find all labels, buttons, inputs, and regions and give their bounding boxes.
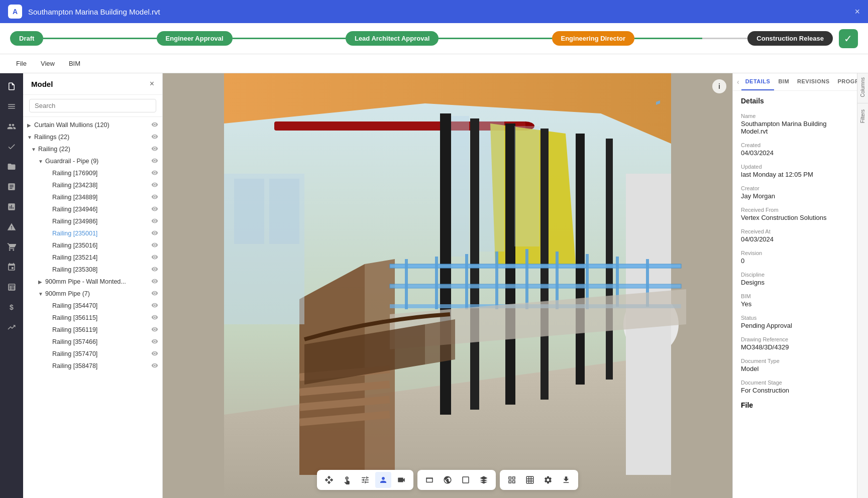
tree-item[interactable]: Railing [234946] [23,203,162,215]
tree-item[interactable]: Railing [176909] [23,167,162,179]
tree-item[interactable]: Railing [356119] [23,324,162,336]
nav-folder[interactable] [3,158,21,176]
tab-details[interactable]: DETAILS [741,73,775,90]
nav-cart[interactable] [3,238,21,256]
tree-item[interactable]: Railing [354470] [23,300,162,312]
tool-person[interactable] [375,472,391,488]
tool-hand[interactable] [339,472,355,488]
menu-bim[interactable]: BIM [63,58,86,69]
step-construction-release-pill[interactable]: Construction Release [747,31,833,46]
eye-icon[interactable] [151,254,158,262]
tool-section[interactable] [357,472,373,488]
nav-lines[interactable] [3,97,21,115]
workflow-step-lead-architect[interactable]: Lead Architect Approval [346,31,439,46]
tree-item[interactable]: ▼Railing (22) [23,143,162,155]
model-panel: Model × ▶Curtain Wall Mullions (120)▼Rai… [23,73,163,498]
tool-export[interactable] [558,472,574,488]
tree-item[interactable]: Railing [235308] [23,264,162,276]
eye-icon[interactable] [151,241,158,250]
eye-icon[interactable] [151,229,158,238]
tree-item[interactable]: ▼Guardrail - Pipe (9) [23,155,162,167]
tabs-left-arrow[interactable]: ‹ [735,74,741,90]
nav-trending[interactable] [3,318,21,336]
svg-rect-26 [405,259,408,309]
tool-camera[interactable] [393,472,409,488]
tree-item[interactable]: Railing [234238] [23,179,162,191]
tool-grid[interactable] [504,472,520,488]
eye-icon[interactable] [151,193,158,202]
eye-icon[interactable] [151,121,158,130]
eye-icon[interactable] [151,157,158,166]
columns-button[interactable]: Columns [860,77,865,97]
model-search-input[interactable] [29,99,156,112]
tab-programmi[interactable]: PROGRAMMI [834,73,857,90]
tree-item[interactable]: ▶900mm Pipe - Wall Monted... [23,276,162,288]
filters-button[interactable]: Filters [860,109,865,123]
tree-item[interactable]: Railing [235001] [23,227,162,239]
tree-item[interactable]: Railing [357466] [23,336,162,348]
tree-item[interactable]: Railing [356115] [23,312,162,324]
eye-icon[interactable] [151,133,158,142]
nav-calendar[interactable] [3,258,21,276]
eye-icon[interactable] [151,314,158,322]
tree-item[interactable]: Railing [235016] [23,239,162,252]
detail-label: BIM [741,293,849,299]
workflow-step-construction-release[interactable]: Construction Release [747,31,833,46]
eye-icon[interactable] [151,217,158,226]
workflow-check-button[interactable]: ✓ [839,29,858,48]
tree-item[interactable]: ▼Railings (22) [23,131,162,143]
eye-icon[interactable] [151,326,158,334]
nav-table[interactable] [3,278,21,296]
edge-divider [857,103,868,103]
eye-icon[interactable] [151,350,158,358]
eye-icon[interactable] [151,362,158,370]
workflow-step-draft[interactable]: Draft [10,31,43,46]
tree-item[interactable]: Railing [235214] [23,252,162,264]
menu-view[interactable]: View [35,58,61,69]
detail-label: Created [741,142,849,148]
eye-icon[interactable] [151,169,158,178]
model-panel-close-button[interactable]: × [150,79,154,88]
tree-item[interactable]: Railing [234889] [23,191,162,203]
eye-icon[interactable] [151,302,158,310]
nav-people[interactable] [3,117,21,136]
step-draft-pill[interactable]: Draft [10,31,43,46]
step-engineer-pill[interactable]: Engineer Approval [157,31,233,46]
tab-bim[interactable]: BIM [774,73,793,90]
nav-chart[interactable] [3,198,21,216]
tree-item[interactable]: ▼900mm Pipe (7) [23,288,162,300]
step-engineering-director-pill[interactable]: Engineering Director [552,31,635,46]
tab-revisions[interactable]: REVISIONS [793,73,833,90]
nav-triangle[interactable] [3,218,21,236]
menu-file[interactable]: File [10,58,33,69]
nav-dollar[interactable]: $ [3,298,21,316]
nav-document[interactable] [3,77,21,95]
eye-icon[interactable] [151,338,158,346]
tree-item[interactable]: Railing [358478] [23,360,162,372]
tool-move[interactable] [321,472,337,488]
eye-icon[interactable] [151,205,158,214]
info-button[interactable]: i [712,79,726,93]
tool-snap[interactable] [440,472,456,488]
eye-icon[interactable] [151,145,158,154]
nav-check[interactable] [3,138,21,156]
tool-ruler[interactable] [421,472,438,488]
tool-plan[interactable] [522,472,538,488]
close-button[interactable]: × [854,7,860,17]
tree-item[interactable]: Railing [234986] [23,215,162,227]
nav-notes[interactable] [3,178,21,196]
tree-item[interactable]: ▶Curtain Wall Mullions (120) [23,119,162,131]
eye-icon[interactable] [151,181,158,190]
eye-icon[interactable] [151,290,158,298]
detail-label: Creator [741,185,849,191]
main-layout: $ Model × ▶Curtain Wall Mullions (120)▼R… [0,73,868,498]
workflow-step-engineer[interactable]: Engineer Approval [157,31,233,46]
tree-item[interactable]: Railing [357470] [23,348,162,360]
tool-settings[interactable] [540,472,556,488]
eye-icon[interactable] [151,266,158,274]
tool-3d[interactable] [476,472,492,488]
workflow-step-engineering-director[interactable]: Engineering Director [552,31,635,46]
step-lead-architect-pill[interactable]: Lead Architect Approval [346,31,439,46]
tool-box[interactable] [458,472,474,488]
eye-icon[interactable] [151,278,158,286]
